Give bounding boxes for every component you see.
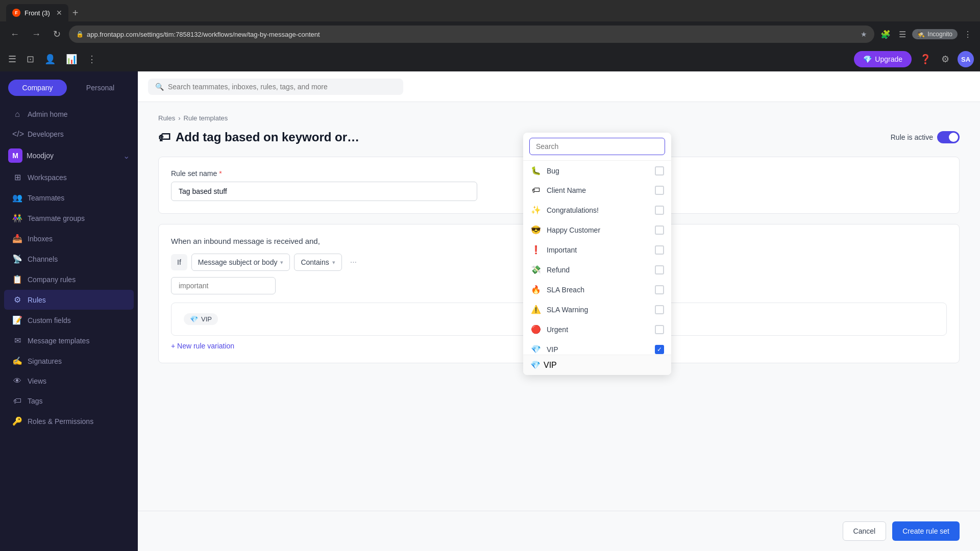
active-tab[interactable]: F Front (3) ✕: [6, 4, 68, 21]
personal-toggle-button[interactable]: Personal: [71, 80, 130, 96]
teammates-icon: 👥: [12, 193, 22, 203]
sidebar-item-signatures[interactable]: ✍ Signatures: [4, 351, 134, 371]
incognito-badge[interactable]: 🕵 Incognito: [912, 29, 958, 39]
company-toggle-button[interactable]: Company: [8, 80, 67, 96]
sla-breach-checkbox[interactable]: [655, 285, 664, 294]
sidebar-item-channels[interactable]: 📡 Channels: [4, 249, 134, 269]
sidebar-item-admin-home[interactable]: ⌂ Admin home: [4, 105, 134, 124]
channels-icon: 📡: [12, 254, 22, 264]
upgrade-button[interactable]: 💎 Upgrade: [854, 51, 912, 67]
address-bar[interactable]: 🔒 app.frontapp.com/settings/tim:7858132/…: [69, 26, 874, 43]
sidebar-item-teammates[interactable]: 👥 Teammates: [4, 188, 134, 208]
dropdown-item-bug[interactable]: 🐛 Bug: [523, 161, 671, 181]
breadcrumb-separator: ›: [178, 114, 180, 122]
search-icon: 🔍: [155, 83, 164, 91]
dropdown-item-client-name[interactable]: 🏷 Client Name: [523, 181, 671, 200]
sidebar-item-roles[interactable]: 🔑 Roles & Permissions: [4, 411, 134, 431]
condition-operator-select[interactable]: Contains ▾: [294, 254, 341, 271]
sidebar-item-developers[interactable]: </> Developers: [4, 124, 134, 144]
company-rules-icon: 📋: [12, 274, 22, 284]
footer-actions: Cancel Create rule set: [138, 511, 980, 551]
condition-operator-chevron: ▾: [332, 259, 335, 266]
sidebar-item-label: Workspaces: [28, 173, 67, 182]
sidebar-item-label: Message templates: [28, 337, 89, 345]
congratulations-checkbox[interactable]: [655, 206, 664, 215]
tag-bubble-label: VIP: [201, 315, 212, 323]
extensions-button[interactable]: 🧩: [878, 28, 893, 41]
settings-icon[interactable]: ⚙: [939, 52, 951, 67]
sidebar-item-custom-fields[interactable]: 📝 Custom fields: [4, 310, 134, 330]
dropdown-search-input[interactable]: [529, 138, 665, 155]
reload-button[interactable]: ↻: [49, 27, 65, 42]
new-tab-button[interactable]: +: [70, 5, 81, 21]
back-button[interactable]: ←: [6, 27, 23, 42]
toolbar-icon-2[interactable]: 👤: [42, 52, 58, 67]
condition-field-chevron: ▾: [280, 259, 283, 266]
create-ruleset-button[interactable]: Create rule set: [892, 521, 960, 541]
sidebar-item-label: Rules: [28, 296, 46, 304]
sidebar-item-workspaces[interactable]: ⊞ Workspaces: [4, 167, 134, 187]
sidebar-item-teammate-groups[interactable]: 👫 Teammate groups: [4, 208, 134, 228]
cancel-button[interactable]: Cancel: [843, 521, 887, 541]
bookmark-button[interactable]: ☰: [897, 28, 908, 41]
sidebar-item-rules[interactable]: ⚙ Rules: [4, 290, 134, 310]
client-name-checkbox[interactable]: [655, 186, 664, 195]
workspace-name: Moodjoy: [27, 152, 54, 160]
dropdown-item-vip[interactable]: 💎 VIP ✓: [523, 339, 671, 355]
toolbar-icon-1[interactable]: ⊡: [24, 52, 36, 67]
sidebar-item-label: Inboxes: [28, 235, 53, 243]
tab-title: Front (3): [24, 9, 50, 17]
vip-checkbox[interactable]: ✓: [655, 345, 664, 354]
sidebar-nav: ⌂ Admin home </> Developers M Moodjoy ⌄ …: [0, 100, 138, 551]
rule-active-switch[interactable]: [937, 131, 960, 143]
client-name-icon: 🏷: [530, 186, 542, 195]
incognito-icon: 🕵: [917, 31, 925, 38]
workspace-row[interactable]: M Moodjoy ⌄: [0, 144, 138, 167]
sidebar-item-views[interactable]: 👁 Views: [4, 371, 134, 391]
important-checkbox[interactable]: [655, 245, 664, 255]
dropdown-list: 🐛 Bug 🏷 Client Name ✨ Congratulations!: [523, 161, 671, 355]
workspace-chevron-icon: ⌄: [123, 151, 130, 161]
bug-checkbox[interactable]: [655, 166, 664, 176]
dropdown-item-refund[interactable]: 💸 Refund: [523, 260, 671, 280]
urgent-checkbox[interactable]: [655, 325, 664, 334]
sidebar-item-message-templates[interactable]: ✉ Message templates: [4, 331, 134, 350]
sidebar-item-tags[interactable]: 🏷 Tags: [4, 391, 134, 411]
more-options-button[interactable]: ···: [346, 256, 361, 269]
toolbar-icon-3[interactable]: 📊: [64, 52, 79, 67]
new-rule-variation-link[interactable]: + New rule variation: [171, 342, 234, 350]
search-input[interactable]: [168, 83, 396, 91]
more-options-button[interactable]: ⋮: [962, 28, 974, 41]
ruleset-input[interactable]: [171, 182, 477, 201]
dropdown-item-sla-warning[interactable]: ⚠️ SLA Warning: [523, 299, 671, 319]
dropdown-item-happy-customer[interactable]: 😎 Happy Customer: [523, 220, 671, 240]
search-input-wrapper[interactable]: 🔍: [148, 79, 403, 95]
bug-icon: 🐛: [530, 166, 542, 176]
sidebar-item-label: Tags: [28, 397, 43, 405]
dropdown-panel: 🐛 Bug 🏷 Client Name ✨ Congratulations!: [523, 133, 671, 375]
dropdown-item-congratulations[interactable]: ✨ Congratulations!: [523, 200, 671, 220]
sidebar-item-company-rules[interactable]: 📋 Company rules: [4, 269, 134, 289]
toolbar-icon-0[interactable]: ☰: [6, 52, 18, 67]
toolbar-icon-4[interactable]: ⋮: [85, 52, 99, 67]
condition-value-input[interactable]: [171, 277, 276, 294]
dropdown-item-urgent[interactable]: 🔴 Urgent: [523, 319, 671, 339]
main-content: 🔍 Rules › Rule templates 🏷 Add tag based…: [138, 71, 980, 551]
help-icon[interactable]: ❓: [918, 52, 933, 67]
bottom-vip-icon: 💎: [530, 360, 541, 370]
happy-customer-checkbox[interactable]: [655, 226, 664, 235]
sidebar-item-label: Teammates: [28, 194, 64, 202]
dropdown-item-sla-breach[interactable]: 🔥 SLA Breach: [523, 280, 671, 299]
forward-button[interactable]: →: [28, 27, 45, 42]
refund-checkbox[interactable]: [655, 265, 664, 274]
breadcrumb-templates: Rule templates: [184, 114, 228, 122]
condition-field-select[interactable]: Message subject or body ▾: [191, 254, 290, 271]
avatar[interactable]: SA: [958, 51, 974, 67]
upgrade-label: Upgrade: [875, 55, 902, 63]
roles-icon: 🔑: [12, 416, 22, 426]
sla-warning-checkbox[interactable]: [655, 305, 664, 314]
breadcrumb-rules-link[interactable]: Rules: [158, 114, 175, 122]
sidebar-item-inboxes[interactable]: 📥 Inboxes: [4, 229, 134, 248]
dropdown-item-important[interactable]: ❗ Important: [523, 240, 671, 260]
tab-close-button[interactable]: ✕: [56, 9, 62, 17]
